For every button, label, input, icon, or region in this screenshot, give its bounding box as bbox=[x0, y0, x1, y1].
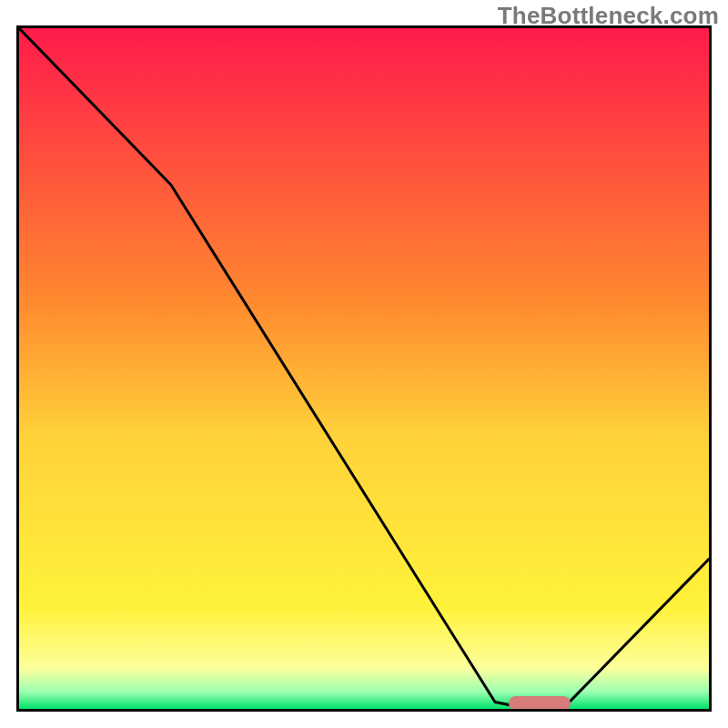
plot-area bbox=[16, 25, 712, 712]
curve-overlay bbox=[19, 28, 709, 709]
optimal-range-marker bbox=[509, 696, 571, 711]
bottleneck-curve bbox=[19, 28, 709, 709]
chart-container: TheBottleneck.com bbox=[0, 0, 728, 728]
